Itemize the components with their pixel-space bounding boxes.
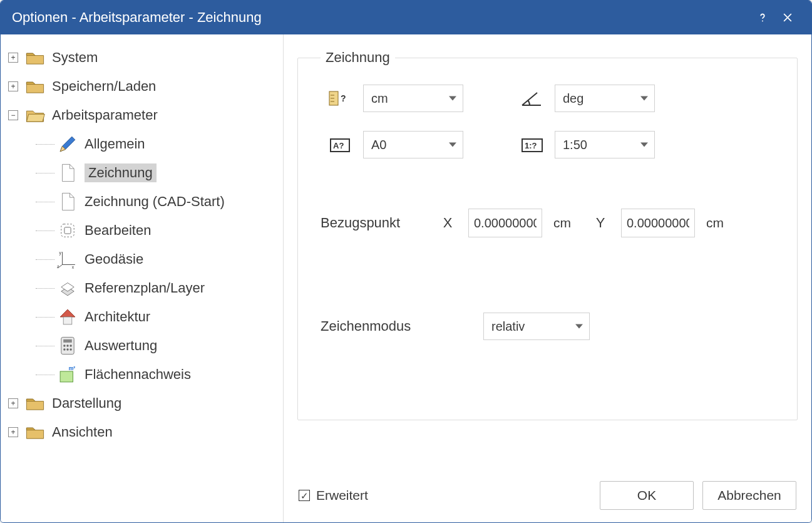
expand-icon[interactable]: + [8, 398, 18, 408]
zeichenmodus-label: Zeichenmodus [321, 318, 458, 334]
folder-icon [24, 422, 46, 443]
svg-rect-20 [60, 371, 73, 382]
expand-icon[interactable]: + [8, 427, 18, 437]
folder-icon [24, 393, 46, 414]
tree-item-ansichten[interactable]: + Ansichten [6, 418, 278, 447]
svg-text:?: ? [341, 93, 346, 103]
tree-item-flaechennachweis[interactable]: m² Flächennachweis [6, 360, 278, 389]
tree-item-saveload[interactable]: + Speichern/Laden [6, 72, 278, 101]
folder-open-icon [24, 105, 46, 126]
svg-text:y: y [59, 251, 61, 256]
page-icon [57, 191, 78, 212]
erweitert-label: Erweitert [316, 488, 368, 503]
tree-item-refplan[interactable]: Referenzplan/Layer [6, 274, 278, 303]
chevron-down-icon [640, 143, 648, 147]
zeichenmodus-value: relativ [491, 319, 525, 334]
close-button[interactable] [775, 5, 800, 30]
window-title: Optionen - Arbeitsparameter - Zeichnung [12, 9, 262, 26]
length-unit-value: cm [371, 91, 388, 106]
length-unit-select[interactable]: cm [363, 85, 463, 112]
erweitert-checkbox[interactable]: ✓ Erweitert [299, 488, 368, 503]
folder-icon [24, 47, 46, 68]
category-tree[interactable]: + System + Speichern/Laden [1, 34, 284, 522]
paper-size-select[interactable]: A0 [363, 131, 463, 158]
x-input[interactable] [468, 209, 542, 237]
scale-value: 1:50 [563, 138, 587, 152]
ruler-icon: ? [327, 88, 354, 109]
dialog-footer: ✓ Erweitert OK Abbrechen [297, 472, 798, 511]
svg-text:x: x [72, 265, 75, 269]
expand-icon[interactable]: + [8, 53, 18, 63]
angle-unit-select[interactable]: deg [555, 85, 655, 112]
chevron-down-icon [449, 96, 456, 101]
y-label: Y [591, 215, 610, 231]
svg-point-14 [63, 344, 65, 346]
page-icon [57, 162, 78, 184]
folder-icon [24, 76, 46, 97]
tree-item-allgemein[interactable]: Allgemein [6, 130, 278, 158]
chevron-down-icon [449, 143, 456, 147]
ok-button[interactable]: OK [600, 481, 694, 510]
svg-text:m²: m² [69, 365, 76, 371]
paper-size-icon: A? [327, 134, 354, 155]
x-label: X [438, 215, 457, 231]
house-icon [57, 306, 78, 328]
svg-point-15 [66, 344, 68, 346]
calculator-icon [57, 335, 78, 356]
settings-panel: Zeichnung ? cm deg [284, 34, 811, 522]
titlebar: Optionen - Arbeitsparameter - Zeichnung [1, 1, 811, 34]
tree-item-darstellung[interactable]: + Darstellung [6, 389, 278, 418]
svg-text:A?: A? [333, 141, 344, 150]
zeichnung-group: Zeichnung ? cm deg [297, 49, 798, 420]
x-unit-label: cm [553, 215, 571, 230]
svg-rect-13 [63, 339, 72, 343]
cancel-button[interactable]: Abbrechen [702, 481, 796, 510]
expand-icon[interactable]: + [8, 81, 18, 91]
svg-text:1:?: 1:? [525, 141, 537, 150]
layers-icon [57, 277, 78, 299]
angle-icon [518, 88, 546, 109]
svg-point-0 [762, 21, 763, 22]
tree-item-auswertung[interactable]: Auswertung [6, 331, 278, 360]
selection-icon [57, 220, 78, 241]
chevron-down-icon [640, 96, 648, 101]
options-dialog: Optionen - Arbeitsparameter - Zeichnung … [0, 0, 812, 523]
help-button[interactable] [750, 5, 775, 30]
svg-rect-11 [63, 317, 72, 324]
tree-item-system[interactable]: + System [6, 43, 278, 72]
svg-point-18 [66, 348, 68, 350]
area-icon: m² [57, 364, 78, 385]
axes-icon: xyz [57, 249, 78, 270]
checkbox-icon: ✓ [299, 490, 310, 501]
tree-item-architektur[interactable]: Architektur [6, 303, 278, 331]
tree-item-zeichnung-cad[interactable]: Zeichnung (CAD-Start) [6, 187, 278, 216]
svg-point-16 [69, 344, 71, 346]
scale-icon: 1:? [518, 134, 546, 155]
collapse-icon[interactable]: − [8, 110, 18, 120]
tree-item-bearbeiten[interactable]: Bearbeiten [6, 216, 278, 245]
chevron-down-icon [575, 324, 583, 329]
pencil-icon [57, 133, 78, 155]
svg-text:z: z [57, 264, 59, 269]
paper-size-value: A0 [371, 138, 386, 152]
y-unit-label: cm [706, 215, 724, 230]
svg-rect-3 [61, 224, 74, 237]
group-legend: Zeichnung [321, 49, 395, 66]
svg-point-19 [69, 348, 71, 350]
y-input[interactable] [621, 209, 695, 237]
bezugspunkt-label: Bezugspunkt [321, 215, 427, 231]
svg-point-17 [63, 348, 65, 350]
tree-item-zeichnung[interactable]: Zeichnung [6, 158, 278, 187]
angle-unit-value: deg [563, 91, 583, 106]
scale-select[interactable]: 1:50 [555, 131, 655, 158]
tree-item-workparams[interactable]: − Arbeitsparameter [6, 101, 278, 130]
svg-rect-4 [64, 227, 71, 234]
zeichenmodus-select[interactable]: relativ [483, 313, 590, 340]
tree-item-geodaesie[interactable]: xyz Geodäsie [6, 245, 278, 274]
